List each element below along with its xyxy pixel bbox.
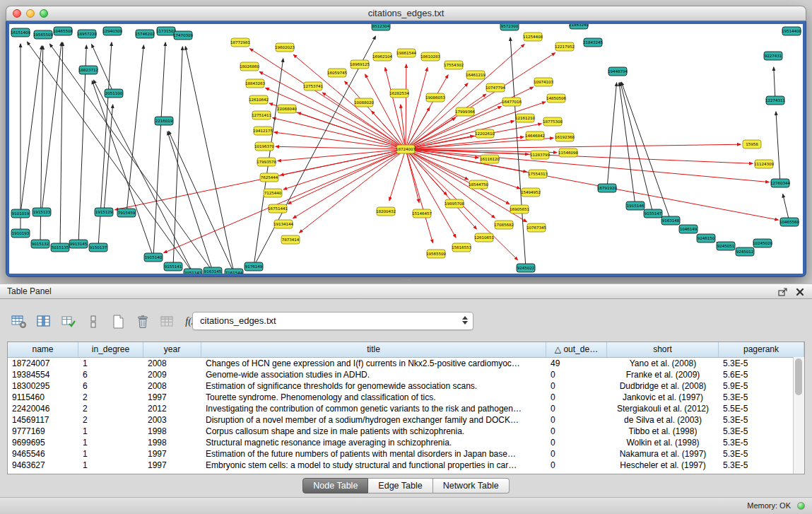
citation-edge-red[interactable] [401, 105, 406, 149]
table-cell-pagerank[interactable]: 5.3E-5 [719, 358, 804, 369]
citation-edge-black[interactable] [774, 67, 775, 100]
graph-node[interactable]: 18610283 [420, 52, 440, 61]
table-row[interactable]: 1830029562008Estimation of significance … [8, 380, 804, 392]
graph-node[interactable]: 11546098 [558, 148, 578, 157]
table-cell-short[interactable]: Yano et al. (2008) [607, 358, 719, 369]
graph-node[interactable]: 12274311 [765, 96, 785, 105]
table-cell-in_degree[interactable]: 1 [78, 358, 143, 369]
table-cell-in_degree[interactable]: 1 [78, 448, 143, 460]
citation-edge-red[interactable] [406, 149, 753, 163]
graph-node[interactable]: 9163148 [661, 216, 680, 225]
table-cell-title[interactable]: Disruption of a novel member of a sodium… [201, 414, 546, 426]
graph-node[interactable]: 16461219 [466, 71, 486, 79]
graph-node[interactable]: 18957220 [77, 30, 97, 38]
graph-node[interactable]: 9176149 [245, 262, 263, 271]
table-cell-out_degree[interactable]: 0 [546, 460, 607, 471]
table-cell-pagerank[interactable]: 5.3E-5 [719, 426, 804, 437]
graph-node[interactable]: 19565500 [426, 250, 446, 258]
citation-edge-black[interactable] [78, 45, 86, 244]
table-cell-pagerank[interactable]: 5.9E-5 [719, 380, 804, 392]
graph-node[interactable]: 18775308 [543, 117, 563, 126]
citation-edge-red[interactable] [406, 149, 769, 182]
graph-node[interactable]: 17470309 [173, 31, 193, 40]
graph-node[interactable]: 19412175 [253, 127, 273, 135]
graph-node[interactable]: 9246150 [697, 234, 715, 243]
graph-node[interactable]: 19514400 [782, 27, 801, 35]
table-cell-out_degree[interactable]: 0 [546, 448, 607, 460]
citation-edge-black[interactable] [776, 112, 780, 183]
table-row[interactable]: 911546021997Tourette syndrome. Phenomeno… [8, 392, 804, 403]
graph-node[interactable]: 10465560 [779, 218, 799, 226]
graph-node[interactable]: 10088020 [354, 98, 374, 107]
table-cell-year[interactable]: 1997 [143, 460, 201, 471]
citation-edge-black[interactable] [27, 42, 193, 273]
table-row[interactable]: 1872400712008Changes of HCN gene express… [8, 358, 804, 369]
graph-node[interactable]: 12610651 [474, 233, 494, 242]
graph-node[interactable]: 2216019 [155, 117, 173, 125]
table-cell-title[interactable]: Embryonic stem cells: a model to study s… [201, 460, 546, 471]
table-cell-title[interactable]: Estimation of the future numbers of pati… [201, 448, 546, 460]
show-columns-button[interactable] [35, 313, 53, 331]
table-cell-pagerank[interactable]: 5.3E-5 [719, 460, 804, 471]
table-cell-out_degree[interactable]: 0 [546, 392, 607, 403]
table-cell-out_degree[interactable]: 49 [546, 358, 607, 369]
graph-node[interactable]: 16791920 [597, 184, 617, 192]
graph-node[interactable]: 10196370 [254, 142, 274, 151]
graph-node[interactable]: 1915123 [33, 208, 51, 216]
graph-node[interactable]: 16116120 [480, 155, 500, 163]
graph-node[interactable]: 16059745 [327, 69, 347, 77]
graph-node[interactable]: 12751411 [252, 111, 271, 119]
table-cell-name[interactable]: 9465546 [8, 448, 78, 460]
graph-node[interactable]: 18772981 [230, 38, 250, 47]
scrollbar-thumb[interactable] [795, 358, 802, 395]
table-cell-out_degree[interactable]: 0 [546, 426, 607, 437]
table-cell-short[interactable]: Nakamura et al. (1997) [607, 448, 719, 460]
table-cell-in_degree[interactable]: 1 [78, 426, 143, 437]
table-cell-pagerank[interactable]: 5.5E-5 [719, 403, 804, 414]
graph-node[interactable]: 9101019 [11, 209, 30, 218]
graph-node[interactable]: 15746202 [135, 30, 155, 38]
graph-node[interactable]: 7915459 [117, 209, 136, 217]
citation-edge-black[interactable] [167, 132, 213, 271]
graph-node[interactable]: 15494952 [521, 188, 541, 197]
table-cell-title[interactable]: Genome-wide association studies in ADHD. [201, 369, 546, 380]
graph-node[interactable]: 17999366 [455, 107, 475, 116]
table-settings-button[interactable] [10, 313, 28, 331]
table-cell-name[interactable]: 22420046 [8, 403, 78, 414]
table-cell-in_degree[interactable]: 1 [78, 460, 143, 471]
close-window-button[interactable] [13, 9, 21, 18]
table-cell-name[interactable]: 19384554 [8, 369, 78, 380]
graph-node[interactable]: 9245051 [717, 242, 735, 250]
graph-node[interactable]: 21843245 [583, 38, 603, 47]
table-cell-name[interactable]: 9115460 [8, 392, 78, 403]
citation-edge-red[interactable] [283, 149, 406, 189]
graph-node[interactable]: 19448794 [608, 67, 628, 76]
table-cell-year[interactable]: 2008 [143, 380, 201, 392]
column-header-out_degree[interactable]: △ out_de… [546, 342, 607, 357]
graph-node[interactable]: 18969125 [350, 60, 370, 69]
graph-node[interactable]: 16282534 [389, 89, 409, 98]
graph-node[interactable]: 15616553 [452, 243, 471, 252]
graph-node[interactable]: 5015135 [51, 243, 69, 252]
table-cell-short[interactable]: Dudbridge et al. (2008) [607, 380, 719, 392]
graph-node[interactable]: 1915140 [144, 253, 163, 262]
table-cell-year[interactable]: 1998 [143, 426, 201, 437]
table-cell-year[interactable]: 1998 [143, 437, 201, 448]
graph-node[interactable]: 18724007 [396, 145, 416, 153]
table-cell-year[interactable]: 1997 [143, 392, 201, 403]
network-canvas[interactable]: 1872400718772981180268601884326312610642… [9, 24, 803, 274]
graph-node[interactable]: 12202610 [475, 129, 495, 138]
table-cell-title[interactable]: Corpus callosum shape and size in male p… [201, 426, 546, 437]
citation-edge-red[interactable] [273, 118, 406, 149]
graph-node[interactable]: 14850506 [546, 94, 566, 103]
table-cell-out_degree[interactable]: 0 [546, 403, 607, 414]
column-header-year[interactable]: year [143, 342, 201, 357]
citation-edge-black[interactable] [620, 83, 653, 214]
table-cell-pagerank[interactable]: 5.3E-5 [719, 437, 804, 448]
table-cell-out_degree[interactable]: 0 [546, 414, 607, 426]
citation-edge-black[interactable] [92, 81, 153, 257]
table-selector-dropdown[interactable]: citations_edges.txt [192, 312, 473, 330]
graph-node[interactable]: 18026860 [240, 62, 259, 71]
table-cell-year[interactable]: 2009 [143, 369, 201, 380]
graph-node[interactable]: 18200432 [376, 207, 396, 216]
